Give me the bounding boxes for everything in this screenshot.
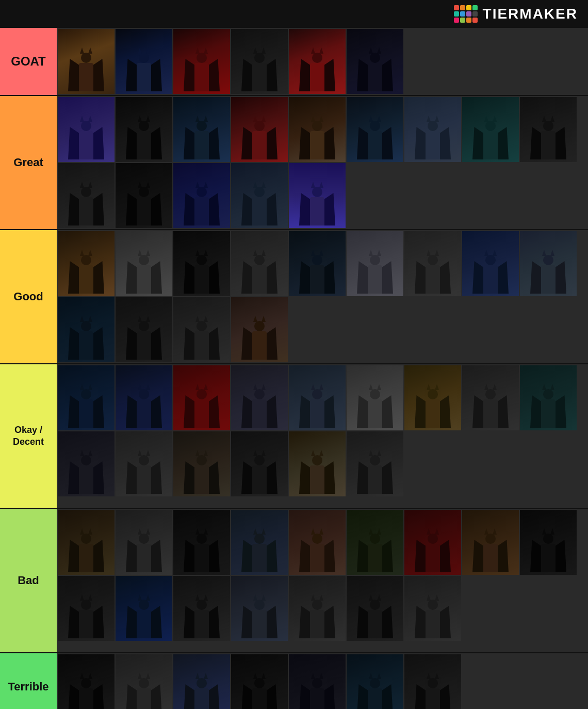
list-item[interactable] bbox=[116, 365, 172, 430]
list-item[interactable] bbox=[404, 231, 461, 296]
list-item[interactable] bbox=[404, 365, 461, 430]
list-item[interactable] bbox=[116, 654, 172, 709]
tier-row-good: Good bbox=[0, 230, 588, 364]
list-item[interactable] bbox=[58, 431, 115, 496]
list-item[interactable] bbox=[462, 97, 519, 162]
list-item[interactable] bbox=[520, 97, 577, 162]
tier-label-terrible: Terrible bbox=[0, 653, 57, 709]
tier-content-good bbox=[57, 230, 588, 363]
tier-label-good: Good bbox=[0, 230, 57, 363]
list-item[interactable] bbox=[173, 97, 230, 162]
list-item[interactable] bbox=[289, 97, 346, 162]
logo-dot-11 bbox=[466, 18, 471, 23]
list-item[interactable] bbox=[58, 510, 115, 575]
list-item[interactable] bbox=[231, 510, 288, 575]
list-item[interactable] bbox=[116, 163, 172, 228]
list-item[interactable] bbox=[173, 163, 230, 228]
logo-dot-10 bbox=[460, 18, 465, 23]
tier-label-bad: Bad bbox=[0, 509, 57, 652]
logo: TiERMaKeR bbox=[454, 5, 578, 23]
list-item[interactable] bbox=[289, 163, 346, 228]
list-item[interactable] bbox=[231, 576, 288, 641]
list-item[interactable] bbox=[231, 365, 288, 430]
list-item[interactable] bbox=[347, 29, 403, 94]
list-item[interactable] bbox=[347, 231, 403, 296]
list-item[interactable] bbox=[231, 297, 288, 362]
list-item[interactable] bbox=[520, 231, 577, 296]
list-item[interactable] bbox=[231, 231, 288, 296]
list-item[interactable] bbox=[58, 297, 115, 362]
logo-dot-8 bbox=[472, 11, 478, 17]
list-item[interactable] bbox=[347, 576, 403, 641]
list-item[interactable] bbox=[347, 654, 403, 709]
list-item[interactable] bbox=[116, 97, 172, 162]
logo-dot-9 bbox=[454, 18, 459, 23]
list-item[interactable] bbox=[173, 365, 230, 430]
list-item[interactable] bbox=[404, 510, 461, 575]
list-item[interactable] bbox=[289, 365, 346, 430]
list-item[interactable] bbox=[173, 297, 230, 362]
tier-row-okay: Okay /Decent bbox=[0, 364, 588, 509]
list-item[interactable] bbox=[404, 654, 461, 709]
logo-dot-3 bbox=[466, 5, 471, 10]
logo-dot-4 bbox=[472, 5, 478, 10]
list-item[interactable] bbox=[173, 29, 230, 94]
list-item[interactable] bbox=[173, 231, 230, 296]
list-item[interactable] bbox=[58, 163, 115, 228]
tier-row-terrible: Terrible bbox=[0, 653, 588, 709]
list-item[interactable] bbox=[116, 231, 172, 296]
list-item[interactable] bbox=[289, 431, 346, 496]
list-item[interactable] bbox=[347, 510, 403, 575]
tier-content-bad bbox=[57, 509, 588, 652]
list-item[interactable] bbox=[116, 29, 172, 94]
list-item[interactable] bbox=[116, 297, 172, 362]
list-item[interactable] bbox=[58, 97, 115, 162]
tier-content-goat bbox=[57, 28, 588, 95]
list-item[interactable] bbox=[173, 576, 230, 641]
list-item[interactable] bbox=[231, 29, 288, 94]
list-item[interactable] bbox=[58, 576, 115, 641]
list-item[interactable] bbox=[289, 510, 346, 575]
list-item[interactable] bbox=[116, 576, 172, 641]
list-item[interactable] bbox=[347, 365, 403, 430]
tier-row-great: Great bbox=[0, 96, 588, 230]
list-item[interactable] bbox=[173, 654, 230, 709]
logo-dot-6 bbox=[460, 11, 465, 17]
list-item[interactable] bbox=[462, 231, 519, 296]
list-item[interactable] bbox=[116, 510, 172, 575]
logo-dot-7 bbox=[466, 11, 471, 17]
list-item[interactable] bbox=[289, 654, 346, 709]
list-item[interactable] bbox=[58, 365, 115, 430]
list-item[interactable] bbox=[289, 231, 346, 296]
list-item[interactable] bbox=[173, 431, 230, 496]
list-item[interactable] bbox=[520, 510, 577, 575]
list-item[interactable] bbox=[404, 576, 461, 641]
header: TiERMaKeR bbox=[0, 0, 588, 28]
logo-dot-2 bbox=[460, 5, 465, 10]
list-item[interactable] bbox=[347, 97, 403, 162]
list-item[interactable] bbox=[116, 431, 172, 496]
list-item[interactable] bbox=[289, 576, 346, 641]
list-item[interactable] bbox=[231, 97, 288, 162]
tier-label-okay: Okay /Decent bbox=[0, 364, 57, 508]
list-item[interactable] bbox=[462, 510, 519, 575]
list-item[interactable] bbox=[58, 29, 115, 94]
logo-dot-1 bbox=[454, 5, 459, 10]
list-item[interactable] bbox=[462, 365, 519, 430]
tier-row-bad: Bad bbox=[0, 509, 588, 653]
tier-label-goat: GOAT bbox=[0, 28, 57, 95]
list-item[interactable] bbox=[289, 29, 346, 94]
tier-content-okay bbox=[57, 364, 588, 508]
list-item[interactable] bbox=[231, 431, 288, 496]
tier-content-great bbox=[57, 96, 588, 229]
logo-grid-icon bbox=[454, 5, 478, 23]
tier-content-terrible bbox=[57, 653, 588, 709]
list-item[interactable] bbox=[520, 365, 577, 430]
list-item[interactable] bbox=[231, 163, 288, 228]
list-item[interactable] bbox=[58, 231, 115, 296]
list-item[interactable] bbox=[404, 97, 461, 162]
list-item[interactable] bbox=[347, 431, 403, 496]
list-item[interactable] bbox=[58, 654, 115, 709]
list-item[interactable] bbox=[231, 654, 288, 709]
list-item[interactable] bbox=[173, 510, 230, 575]
